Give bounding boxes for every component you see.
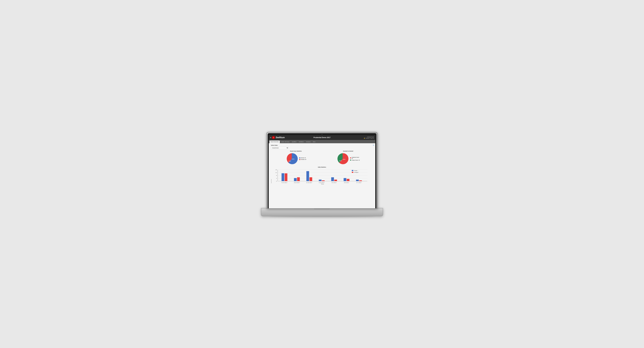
svg-text:9-7-2017: 9-7-2017 [356, 182, 362, 183]
svg-rect-22 [319, 180, 322, 181]
svg-text:Dupli…: Dupli… [354, 170, 358, 171]
svg-text:9-5-2017: 9-5-2017 [332, 182, 337, 183]
event-scan-chart: Event Scan Statistics 61.6% 38.4% [271, 150, 321, 165]
svg-rect-27 [347, 179, 350, 181]
svg-text:8-14-2017: 8-14-2017 [282, 182, 288, 183]
svg-text:8-15-2017: 8-15-2017 [294, 182, 300, 183]
svg-text:0: 0 [276, 181, 277, 182]
event-scan-pie: 61.6% 38.4% [286, 153, 298, 165]
svg-text:8: 8 [276, 175, 277, 176]
svg-text:Time: Time [321, 184, 324, 185]
svg-rect-25 [334, 180, 337, 181]
svg-text:8-19-2017: 8-19-2017 [319, 182, 325, 183]
daily-stats-title: Daily Statistics [271, 166, 373, 168]
camera-dot [322, 134, 322, 135]
tab-leads-all-scans[interactable]: Leads / All Scans [280, 140, 290, 143]
event-scan-legend: Denied: 45 Granted: 28 [299, 157, 306, 160]
nav-tabs: Event Overview Leads / All Scans Qualifi… [269, 140, 375, 143]
date-select[interactable]: Overall Event [271, 147, 288, 149]
event-scan-title: Event Scan Statistics [271, 150, 321, 152]
content-area: ↻ Select Date: Overall Event Event Scan … [269, 143, 375, 208]
svg-rect-16 [282, 173, 284, 181]
app-header: ≡ S Swiftium Prudential Demo 2017 Change… [269, 135, 375, 140]
svg-rect-23 [322, 180, 324, 181]
header-actions: Change Event 🔒 Swiftdev, Log Out [364, 136, 374, 139]
menu-icon[interactable]: ≡ [270, 136, 271, 139]
svg-text:Unique: Unique [354, 172, 358, 173]
svg-rect-20 [306, 171, 309, 181]
svg-text:39.7%: 39.7% [339, 160, 342, 161]
svg-text:8-16-2017: 8-16-2017 [306, 182, 312, 183]
y-axis-label: Lead Count [271, 168, 272, 183]
logo-text: Swiftium [276, 136, 285, 139]
svg-rect-21 [310, 177, 312, 181]
tab-event-overview[interactable]: Event Overview [270, 140, 280, 143]
tab-exhibitors[interactable]: Exhibitors [298, 140, 305, 143]
svg-rect-26 [344, 178, 346, 181]
tab-qualifiers[interactable]: Qualifiers [291, 140, 298, 143]
svg-rect-29 [359, 180, 362, 181]
svg-text:9-6-2017: 9-6-2017 [344, 182, 349, 183]
app-logo: S Swiftium [272, 136, 285, 139]
granted-denied-title: Granted vs Denied [323, 150, 373, 152]
charts-row: Event Scan Statistics 61.6% 38.4% [271, 150, 373, 165]
svg-rect-24 [331, 177, 334, 181]
tab-sessions[interactable]: Sessions [305, 140, 312, 143]
event-title: Prudential Demo 2017 [314, 137, 330, 138]
granted-denied-pie: 60.3% 39.7% [336, 153, 349, 165]
svg-rect-28 [356, 180, 359, 181]
granted-denied-chart: Granted vs Denied 60.3% 39.7% [323, 150, 373, 165]
svg-text:16: 16 [275, 169, 277, 170]
svg-rect-18 [294, 178, 297, 181]
tab-more[interactable]: More [312, 140, 316, 143]
granted-denied-legend: Duplicate Scans: 44 Unique Scans: 29 [350, 157, 360, 161]
svg-rect-17 [285, 173, 288, 181]
daily-stats-section: Daily Statistics Lead Count [271, 166, 373, 185]
svg-rect-40 [352, 172, 353, 173]
svg-text:61.6%: 61.6% [292, 158, 294, 159]
logo-icon: S [272, 136, 275, 139]
bar-chart-svg: 16 12 8 4 0 [272, 168, 373, 185]
svg-text:4: 4 [276, 178, 277, 179]
select-date-label: Select Date: [271, 145, 373, 146]
logout-link[interactable]: 🔒 Swiftdev, Log Out [364, 137, 374, 139]
svg-rect-19 [297, 177, 300, 181]
svg-rect-38 [352, 170, 353, 171]
svg-text:60.3%: 60.3% [343, 159, 346, 160]
svg-text:38.4%: 38.4% [288, 160, 291, 161]
refresh-icon[interactable]: ↻ [373, 144, 374, 146]
svg-text:12: 12 [275, 172, 277, 173]
change-event-link[interactable]: Change Event [364, 136, 374, 137]
